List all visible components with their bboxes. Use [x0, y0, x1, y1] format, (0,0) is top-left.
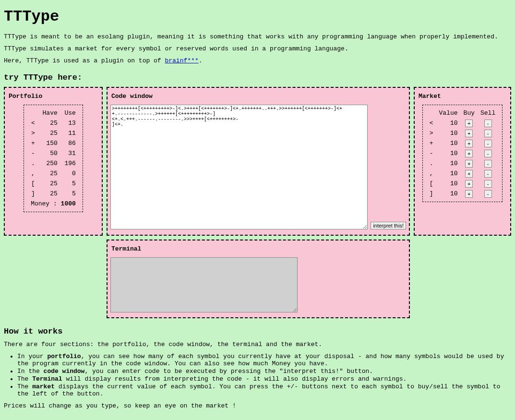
market-header-buy: Buy — [461, 108, 478, 118]
portfolio-sym: > — [28, 128, 38, 138]
portfolio-sym: < — [28, 118, 38, 128]
market-value: 10 — [436, 138, 461, 148]
market-table-wrap: Value Buy Sell <10+->10+-+10+--10+-.10+-… — [422, 105, 503, 202]
buy-button[interactable]: + — [465, 120, 473, 127]
market-row: ]10+- — [427, 189, 498, 199]
how-li-3: The Terminal will display results from i… — [17, 375, 511, 383]
portfolio-sym: + — [28, 138, 38, 148]
market-sym: , — [427, 168, 436, 179]
code-title: Code window — [111, 93, 405, 100]
buy-button[interactable]: + — [465, 160, 473, 168]
portfolio-use: 13 — [60, 118, 79, 128]
market-sym: > — [427, 128, 436, 138]
money-value: 1000 — [61, 200, 76, 207]
market-header-sell: Sell — [478, 108, 498, 118]
portfolio-row: .250196 — [28, 158, 79, 168]
sell-button[interactable]: - — [484, 190, 492, 198]
portfolio-table-wrap: Have Use <2513>2511+15086-5031.250196,25… — [24, 105, 83, 212]
portfolio-header-have: Have — [38, 108, 60, 118]
sell-button[interactable]: - — [484, 180, 492, 188]
sell-button[interactable]: - — [484, 150, 492, 157]
intro-paragraph-2: TTType simulates a market for every symb… — [4, 45, 511, 52]
portfolio-row: >2511 — [28, 128, 79, 138]
try-heading: try TTType here: — [4, 73, 511, 82]
how-p2: Prices will change as you type, so keep … — [4, 402, 511, 409]
sell-button[interactable]: - — [484, 160, 492, 168]
buy-button[interactable]: + — [465, 150, 473, 157]
intro-paragraph-1: TTType is meant to be an esolang plugin,… — [4, 33, 511, 40]
portfolio-row: ]255 — [28, 189, 79, 199]
buy-button[interactable]: + — [465, 140, 473, 147]
code-panel: Code window interpret this! — [107, 87, 410, 236]
page-title: TTType — [4, 8, 511, 25]
portfolio-row: <2513 — [28, 118, 79, 128]
portfolio-have: 250 — [38, 158, 60, 168]
market-title: Market — [419, 93, 506, 100]
buy-button[interactable]: + — [465, 170, 473, 178]
portfolio-have: 25 — [38, 189, 60, 199]
money-label: Money : — [31, 200, 57, 207]
portfolio-sym: - — [28, 148, 38, 158]
how-p1: There are four sections: the portfolio, … — [4, 341, 511, 348]
portfolio-have: 25 — [38, 118, 60, 128]
portfolio-have: 25 — [38, 168, 60, 179]
market-sym: ] — [427, 189, 436, 199]
market-value: 10 — [436, 128, 461, 138]
portfolio-row: ,250 — [28, 168, 79, 179]
portfolio-use: 86 — [60, 138, 79, 148]
how-li-1: In your portfolio, you can see how many … — [17, 353, 511, 367]
portfolio-have: 50 — [38, 148, 60, 158]
brainfuck-link[interactable]: brainf*** — [165, 57, 198, 64]
market-value: 10 — [436, 158, 461, 168]
sell-button[interactable]: - — [484, 170, 492, 178]
interpret-button[interactable]: interpret this! — [371, 222, 406, 229]
portfolio-sym: [ — [28, 179, 38, 189]
market-row: ,10+- — [427, 168, 498, 179]
market-row: +10+- — [427, 138, 498, 148]
portfolio-use: 196 — [60, 158, 79, 168]
sell-button[interactable]: - — [484, 140, 492, 147]
portfolio-use: 5 — [60, 189, 79, 199]
market-sym: + — [427, 138, 436, 148]
how-li-2: In the code window, you can enter code t… — [17, 368, 511, 375]
portfolio-table: Have Use <2513>2511+15086-5031.250196,25… — [28, 108, 79, 209]
sell-button[interactable]: - — [484, 120, 492, 127]
market-sym: . — [427, 158, 436, 168]
sell-button[interactable]: - — [484, 130, 492, 137]
terminal-panel: Terminal — [107, 240, 410, 318]
portfolio-header-sym — [28, 108, 38, 118]
how-list: In your portfolio, you can see how many … — [4, 353, 511, 397]
portfolio-have: 25 — [38, 128, 60, 138]
market-row: <10+- — [427, 118, 498, 128]
market-value: 10 — [436, 168, 461, 179]
portfolio-sym: ] — [28, 189, 38, 199]
portfolio-have: 25 — [38, 179, 60, 189]
market-value: 10 — [436, 179, 461, 189]
market-sym: - — [427, 148, 436, 158]
portfolio-row: +15086 — [28, 138, 79, 148]
code-textarea[interactable] — [110, 105, 368, 229]
intro-p3-prefix: Here, TTType is used as a plugin on top … — [4, 57, 165, 64]
buy-button[interactable]: + — [465, 190, 473, 198]
market-sym: < — [427, 118, 436, 128]
portfolio-use: 31 — [60, 148, 79, 158]
market-table: Value Buy Sell <10+->10+-+10+--10+-.10+-… — [427, 108, 498, 199]
portfolio-panel: Portfolio Have Use <2513>2511+15086-5031… — [4, 87, 103, 236]
how-li-4: The market displays the current value of… — [17, 383, 511, 397]
portfolio-have: 150 — [38, 138, 60, 148]
terminal-textarea[interactable] — [110, 257, 298, 312]
portfolio-title: Portfolio — [9, 93, 98, 100]
market-value: 10 — [436, 148, 461, 158]
buy-button[interactable]: + — [465, 180, 473, 188]
market-row: -10+- — [427, 148, 498, 158]
buy-button[interactable]: + — [465, 130, 473, 137]
terminal-title: Terminal — [111, 245, 405, 252]
portfolio-use: 11 — [60, 128, 79, 138]
market-sym: [ — [427, 179, 436, 189]
market-header-value: Value — [436, 108, 461, 118]
market-panel: Market Value Buy Sell <10+->10+-+10+--10… — [414, 87, 511, 236]
market-value: 10 — [436, 118, 461, 128]
portfolio-header-use: Use — [60, 108, 79, 118]
portfolio-row: -5031 — [28, 148, 79, 158]
portfolio-row: [255 — [28, 179, 79, 189]
